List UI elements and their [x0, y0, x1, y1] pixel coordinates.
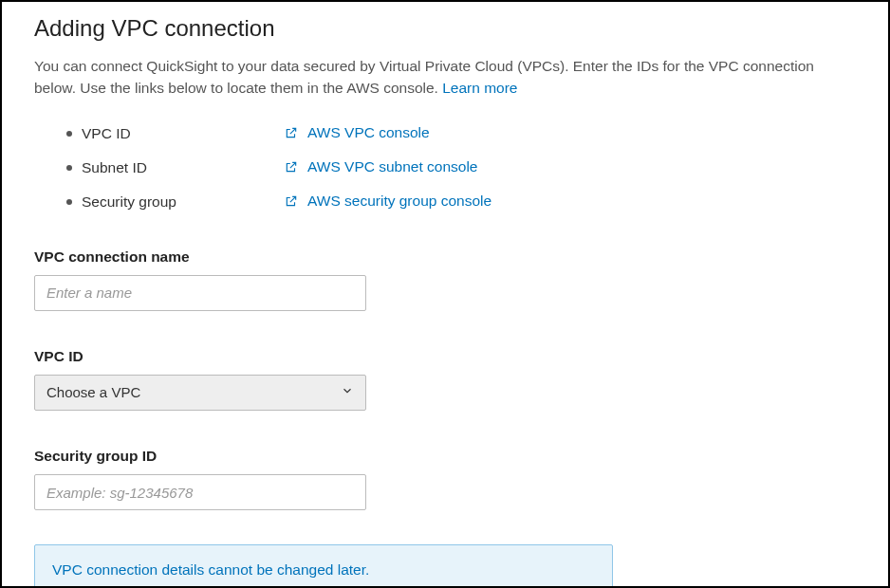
vpc-id-select[interactable]: Choose a VPC [34, 375, 366, 411]
section-security-group-id: Security group ID [34, 445, 856, 510]
link-text: AWS VPC console [307, 121, 430, 143]
id-row-subnet: Subnet ID AWS VPC subnet console [66, 151, 856, 185]
label-security-group-id: Security group ID [34, 445, 856, 467]
external-link-icon [285, 160, 298, 174]
section-connection-name: VPC connection name [34, 246, 856, 311]
bullet-icon [66, 165, 72, 171]
link-text: AWS VPC subnet console [307, 156, 477, 177]
intro-part: You can connect QuickSight to your data … [34, 58, 814, 96]
id-row-vpc: VPC ID AWS VPC console [66, 117, 856, 151]
info-banner-text: VPC connection details cannot be changed… [52, 561, 369, 578]
aws-vpc-console-link[interactable]: AWS VPC console [285, 121, 430, 143]
connection-name-input[interactable] [34, 275, 366, 311]
section-vpc-id: VPC ID Choose a VPC [34, 345, 856, 411]
label-vpc-id: VPC ID [34, 345, 856, 367]
external-link-icon [285, 194, 298, 208]
id-label-text: Security group [82, 191, 176, 212]
svg-line-1 [290, 162, 296, 168]
id-label-text: Subnet ID [82, 156, 147, 178]
id-row-sg: Security group AWS security group consol… [66, 185, 856, 219]
bullet-icon [66, 199, 72, 205]
svg-line-2 [290, 196, 296, 202]
id-row-label: Subnet ID [66, 156, 285, 178]
id-link-list: VPC ID AWS VPC console Subnet ID AWS VPC… [66, 117, 856, 219]
chevron-down-icon [341, 382, 354, 404]
learn-more-link[interactable]: Learn more [442, 80, 517, 96]
id-label-text: VPC ID [82, 122, 131, 144]
vpc-select-value: Choose a VPC [46, 382, 140, 404]
bullet-icon [66, 131, 72, 137]
security-group-id-input[interactable] [34, 474, 366, 510]
aws-security-group-console-link[interactable]: AWS security group console [285, 190, 491, 211]
info-banner: VPC connection details cannot be changed… [34, 544, 613, 588]
page-title: Adding VPC connection [34, 11, 856, 46]
svg-line-0 [290, 128, 296, 134]
aws-vpc-subnet-console-link[interactable]: AWS VPC subnet console [285, 156, 477, 177]
external-link-icon [285, 126, 298, 139]
label-connection-name: VPC connection name [34, 246, 856, 267]
link-text: AWS security group console [307, 190, 491, 211]
id-row-label: Security group [66, 191, 285, 212]
id-row-label: VPC ID [66, 122, 285, 144]
intro-text: You can connect QuickSight to your data … [34, 55, 856, 100]
